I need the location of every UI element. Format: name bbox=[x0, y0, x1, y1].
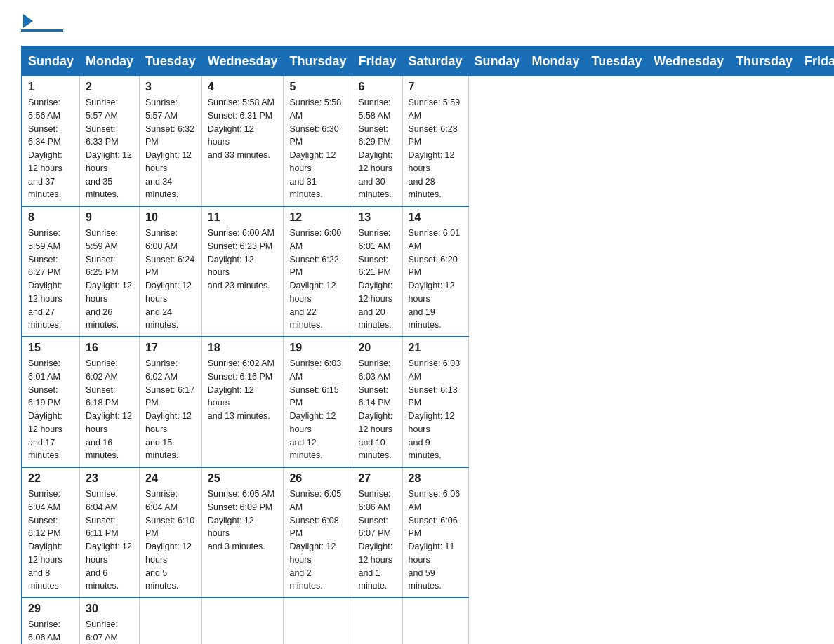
day-number: 8 bbox=[28, 211, 74, 224]
day-info: Sunrise: 6:06 AMSunset: 6:06 PMDaylight:… bbox=[409, 488, 463, 593]
day-info: Sunrise: 6:02 AMSunset: 6:17 PMDaylight:… bbox=[145, 357, 196, 462]
calendar-day-cell bbox=[402, 598, 468, 644]
calendar-day-cell: 20Sunrise: 6:03 AMSunset: 6:14 PMDayligh… bbox=[352, 337, 402, 467]
day-number: 7 bbox=[409, 81, 463, 93]
calendar-table: SundayMondayTuesdayWednesdayThursdayFrid… bbox=[21, 46, 834, 644]
day-info: Sunrise: 6:03 AMSunset: 6:14 PMDaylight:… bbox=[358, 357, 396, 462]
calendar-day-cell: 13Sunrise: 6:01 AMSunset: 6:21 PMDayligh… bbox=[352, 206, 402, 337]
calendar-day-cell: 23Sunrise: 6:04 AMSunset: 6:11 PMDayligh… bbox=[80, 467, 140, 598]
day-info: Sunrise: 5:59 AMSunset: 6:27 PMDaylight:… bbox=[28, 227, 74, 332]
calendar-day-cell bbox=[140, 598, 202, 644]
day-number: 29 bbox=[28, 603, 74, 615]
day-info: Sunrise: 6:02 AMSunset: 6:16 PMDaylight:… bbox=[208, 357, 278, 423]
day-info: Sunrise: 5:59 AMSunset: 6:25 PMDaylight:… bbox=[86, 227, 133, 332]
day-number: 13 bbox=[358, 211, 396, 224]
weekday-header-tuesday: Tuesday bbox=[140, 46, 202, 76]
day-info: Sunrise: 6:03 AMSunset: 6:15 PMDaylight:… bbox=[289, 357, 346, 462]
calendar-day-cell: 27Sunrise: 6:06 AMSunset: 6:07 PMDayligh… bbox=[352, 467, 402, 598]
calendar-day-cell: 4Sunrise: 5:58 AMSunset: 6:31 PMDaylight… bbox=[201, 76, 284, 207]
day-number: 19 bbox=[289, 342, 346, 354]
calendar-day-cell: 28Sunrise: 6:06 AMSunset: 6:06 PMDayligh… bbox=[402, 467, 468, 598]
day-number: 9 bbox=[86, 211, 133, 224]
day-info: Sunrise: 6:03 AMSunset: 6:13 PMDaylight:… bbox=[409, 357, 463, 462]
calendar-day-cell bbox=[284, 598, 352, 644]
day-info: Sunrise: 6:04 AMSunset: 6:12 PMDaylight:… bbox=[28, 488, 74, 593]
day-info: Sunrise: 6:01 AMSunset: 6:21 PMDaylight:… bbox=[358, 227, 396, 332]
day-number: 27 bbox=[358, 472, 396, 485]
day-info: Sunrise: 6:04 AMSunset: 6:10 PMDaylight:… bbox=[145, 488, 196, 593]
calendar-day-cell: 6Sunrise: 5:58 AMSunset: 6:29 PMDaylight… bbox=[352, 76, 402, 207]
calendar-day-cell: 29Sunrise: 6:06 AMSunset: 6:04 PMDayligh… bbox=[22, 598, 80, 644]
weekday-header-row: SundayMondayTuesdayWednesdayThursdayFrid… bbox=[22, 46, 834, 76]
day-number: 11 bbox=[208, 211, 278, 224]
day-info: Sunrise: 6:00 AMSunset: 6:23 PMDaylight:… bbox=[208, 227, 278, 293]
day-info: Sunrise: 5:57 AMSunset: 6:32 PMDaylight:… bbox=[145, 96, 196, 201]
logo-triangle-icon bbox=[23, 14, 33, 28]
weekday-header-sunday: Sunday bbox=[468, 46, 526, 76]
day-info: Sunrise: 6:06 AMSunset: 6:04 PMDaylight:… bbox=[28, 618, 74, 644]
calendar-day-cell: 17Sunrise: 6:02 AMSunset: 6:17 PMDayligh… bbox=[140, 337, 202, 467]
weekday-header-monday: Monday bbox=[80, 46, 140, 76]
day-info: Sunrise: 6:06 AMSunset: 6:07 PMDaylight:… bbox=[358, 488, 396, 593]
day-info: Sunrise: 5:58 AMSunset: 6:31 PMDaylight:… bbox=[208, 96, 278, 162]
logo-underline bbox=[21, 29, 63, 32]
calendar-day-cell: 22Sunrise: 6:04 AMSunset: 6:12 PMDayligh… bbox=[22, 467, 80, 598]
day-number: 16 bbox=[86, 342, 133, 354]
calendar-day-cell: 19Sunrise: 6:03 AMSunset: 6:15 PMDayligh… bbox=[284, 337, 352, 467]
calendar-day-cell: 3Sunrise: 5:57 AMSunset: 6:32 PMDaylight… bbox=[140, 76, 202, 207]
weekday-header-friday: Friday bbox=[799, 46, 835, 76]
day-number: 3 bbox=[145, 81, 196, 93]
day-info: Sunrise: 5:57 AMSunset: 6:33 PMDaylight:… bbox=[86, 96, 133, 201]
calendar-day-cell: 1Sunrise: 5:56 AMSunset: 6:34 PMDaylight… bbox=[22, 76, 80, 207]
day-number: 6 bbox=[358, 81, 396, 93]
day-info: Sunrise: 5:58 AMSunset: 6:29 PMDaylight:… bbox=[358, 96, 396, 201]
day-number: 23 bbox=[86, 472, 133, 485]
calendar-day-cell: 18Sunrise: 6:02 AMSunset: 6:16 PMDayligh… bbox=[201, 337, 284, 467]
logo bbox=[21, 14, 63, 32]
day-info: Sunrise: 6:05 AMSunset: 6:09 PMDaylight:… bbox=[208, 488, 278, 554]
calendar-day-cell: 5Sunrise: 5:58 AMSunset: 6:30 PMDaylight… bbox=[284, 76, 352, 207]
day-info: Sunrise: 6:04 AMSunset: 6:11 PMDaylight:… bbox=[86, 488, 133, 593]
calendar-day-cell: 30Sunrise: 6:07 AMSunset: 6:03 PMDayligh… bbox=[80, 598, 140, 644]
calendar-day-cell: 21Sunrise: 6:03 AMSunset: 6:13 PMDayligh… bbox=[402, 337, 468, 467]
day-number: 4 bbox=[208, 81, 278, 93]
day-number: 30 bbox=[86, 603, 133, 615]
calendar-day-cell: 11Sunrise: 6:00 AMSunset: 6:23 PMDayligh… bbox=[201, 206, 284, 337]
day-number: 15 bbox=[28, 342, 74, 354]
calendar-day-cell: 24Sunrise: 6:04 AMSunset: 6:10 PMDayligh… bbox=[140, 467, 202, 598]
day-info: Sunrise: 5:59 AMSunset: 6:28 PMDaylight:… bbox=[409, 96, 463, 201]
day-info: Sunrise: 6:01 AMSunset: 6:20 PMDaylight:… bbox=[409, 227, 463, 332]
day-number: 25 bbox=[208, 472, 278, 485]
calendar-day-cell: 7Sunrise: 5:59 AMSunset: 6:28 PMDaylight… bbox=[402, 76, 468, 207]
weekday-header-friday: Friday bbox=[352, 46, 402, 76]
weekday-header-thursday: Thursday bbox=[284, 46, 352, 76]
day-number: 20 bbox=[358, 342, 396, 354]
day-number: 2 bbox=[86, 81, 133, 93]
weekday-header-tuesday: Tuesday bbox=[585, 46, 648, 76]
day-number: 21 bbox=[409, 342, 463, 354]
weekday-header-thursday: Thursday bbox=[729, 46, 798, 76]
calendar-day-cell bbox=[352, 598, 402, 644]
page-header bbox=[21, 14, 813, 32]
day-info: Sunrise: 6:05 AMSunset: 6:08 PMDaylight:… bbox=[289, 488, 346, 593]
day-number: 26 bbox=[289, 472, 346, 485]
day-number: 22 bbox=[28, 472, 74, 485]
calendar-week-row: 29Sunrise: 6:06 AMSunset: 6:04 PMDayligh… bbox=[22, 598, 834, 644]
calendar-week-row: 15Sunrise: 6:01 AMSunset: 6:19 PMDayligh… bbox=[22, 337, 834, 467]
day-info: Sunrise: 6:02 AMSunset: 6:18 PMDaylight:… bbox=[86, 357, 133, 462]
weekday-header-sunday: Sunday bbox=[22, 46, 80, 76]
day-info: Sunrise: 6:00 AMSunset: 6:22 PMDaylight:… bbox=[289, 227, 346, 332]
day-number: 17 bbox=[145, 342, 196, 354]
calendar-week-row: 22Sunrise: 6:04 AMSunset: 6:12 PMDayligh… bbox=[22, 467, 834, 598]
calendar-day-cell: 2Sunrise: 5:57 AMSunset: 6:33 PMDaylight… bbox=[80, 76, 140, 207]
day-info: Sunrise: 6:01 AMSunset: 6:19 PMDaylight:… bbox=[28, 357, 74, 462]
calendar-week-row: 8Sunrise: 5:59 AMSunset: 6:27 PMDaylight… bbox=[22, 206, 834, 337]
calendar-day-cell: 12Sunrise: 6:00 AMSunset: 6:22 PMDayligh… bbox=[284, 206, 352, 337]
calendar-day-cell: 10Sunrise: 6:00 AMSunset: 6:24 PMDayligh… bbox=[140, 206, 202, 337]
calendar-day-cell: 26Sunrise: 6:05 AMSunset: 6:08 PMDayligh… bbox=[284, 467, 352, 598]
weekday-header-wednesday: Wednesday bbox=[648, 46, 730, 76]
weekday-header-monday: Monday bbox=[526, 46, 585, 76]
calendar-day-cell: 14Sunrise: 6:01 AMSunset: 6:20 PMDayligh… bbox=[402, 206, 468, 337]
calendar-day-cell: 9Sunrise: 5:59 AMSunset: 6:25 PMDaylight… bbox=[80, 206, 140, 337]
day-number: 1 bbox=[28, 81, 74, 93]
